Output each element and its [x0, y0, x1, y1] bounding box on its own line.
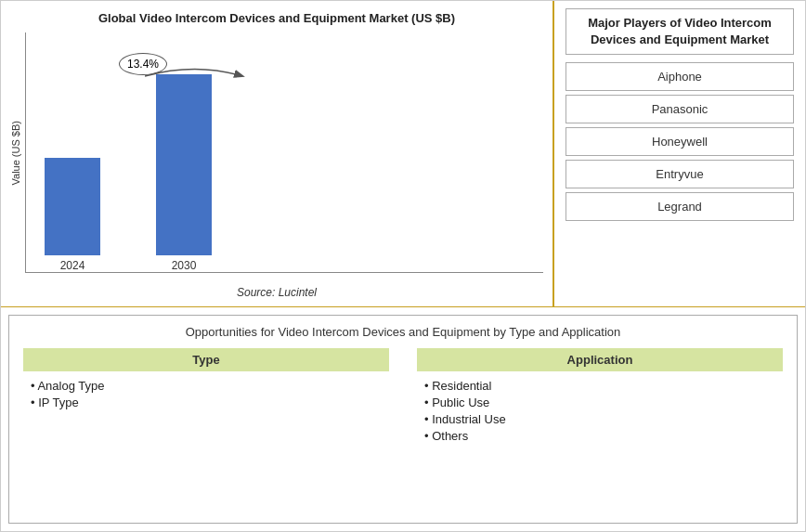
bar-2024 [45, 158, 100, 255]
players-area: Major Players of Video Intercom Devices … [554, 1, 805, 306]
player-item-3: Entryvue [566, 160, 794, 188]
application-item-3: • Others [424, 429, 783, 443]
type-item-1: • IP Type [31, 396, 389, 409]
application-item-1: • Public Use [424, 396, 783, 409]
bar-2030 [156, 74, 212, 255]
bars-area: 2024 13.4% [25, 32, 543, 273]
growth-annotation: 13.4% [119, 53, 167, 75]
source-text: Source: Lucintel [237, 280, 317, 306]
chart-area: Global Video Intercom Devices and Equipm… [1, 1, 554, 306]
chart-wrapper: Value (US $B) 2024 13.4% [10, 32, 543, 280]
bar-label-2030: 2030 [172, 259, 197, 272]
player-item-0: Aiphone [566, 62, 794, 91]
players-title: Major Players of Video Intercom Devices … [566, 8, 794, 55]
player-item-4: Legrand [566, 192, 794, 221]
application-col: Application • Residential • Public Use •… [417, 348, 783, 513]
opportunities-title: Opportunities for Video Intercom Devices… [23, 325, 783, 339]
y-axis-label: Value (US $B) [10, 121, 21, 186]
main-container: Global Video Intercom Devices and Equipm… [0, 0, 806, 532]
type-header: Type [23, 348, 389, 371]
application-item-2: • Industrial Use [424, 412, 783, 426]
bar-label-2024: 2024 [60, 259, 85, 272]
player-item-1: Panasonic [566, 95, 794, 123]
application-items: • Residential • Public Use • Industrial … [417, 379, 783, 443]
bar-group-2024: 2024 [45, 158, 100, 272]
application-header: Application [417, 348, 783, 371]
type-item-0: • Analog Type [31, 379, 389, 393]
growth-arrow-svg [145, 62, 247, 90]
bar-group-2030: 2030 [156, 74, 212, 272]
application-item-0: • Residential [424, 379, 783, 393]
type-col: Type • Analog Type • IP Type [23, 348, 389, 513]
bottom-section: Opportunities for Video Intercom Devices… [8, 315, 798, 524]
type-items: • Analog Type • IP Type [23, 379, 389, 409]
chart-inner: 2024 13.4% [25, 32, 543, 273]
type-app-row: Type • Analog Type • IP Type Application… [23, 348, 783, 513]
player-item-2: Honeywell [566, 127, 794, 156]
top-section: Global Video Intercom Devices and Equipm… [1, 1, 805, 307]
chart-title: Global Video Intercom Devices and Equipm… [98, 10, 455, 27]
